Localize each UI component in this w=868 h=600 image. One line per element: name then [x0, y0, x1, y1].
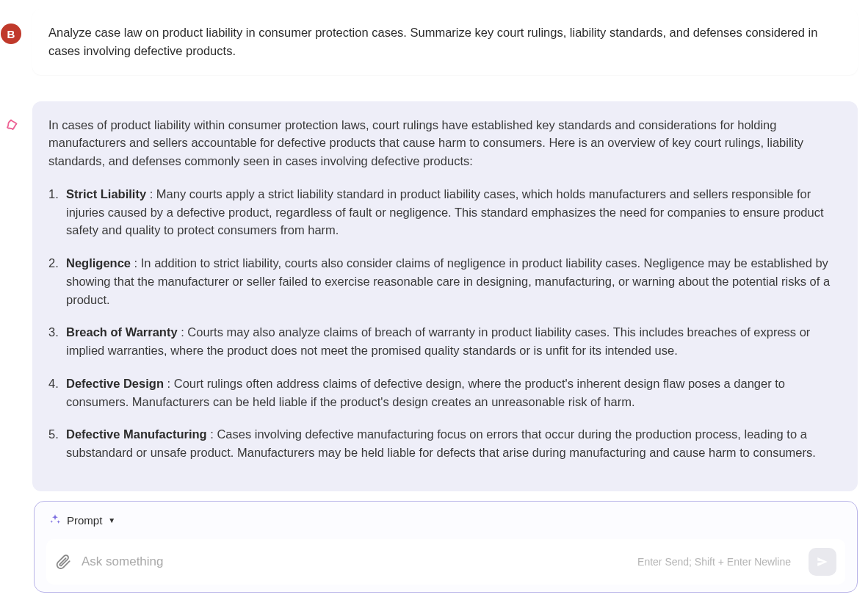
chevron-down-icon: ▼ — [108, 516, 115, 524]
list-item-title: Breach of Warranty — [66, 325, 178, 339]
mode-label: Prompt — [67, 514, 102, 527]
attach-button[interactable] — [55, 554, 71, 570]
list-item: Breach of Warranty : Courts may also ana… — [48, 323, 842, 360]
list-item: Defective Design : Court rulings often a… — [48, 375, 842, 411]
user-avatar-col: B — [0, 9, 22, 44]
list-item: Strict Liability : Many courts apply a s… — [48, 185, 842, 239]
ai-intro-text: In cases of product liability within con… — [48, 116, 842, 170]
ai-response-list: Strict Liability : Many courts apply a s… — [48, 185, 842, 462]
ai-message-bubble: In cases of product liability within con… — [32, 101, 858, 491]
list-item-title: Strict Liability — [66, 187, 146, 200]
input-row: Enter Send; Shift + Enter Newline — [46, 539, 845, 585]
ai-avatar-col — [0, 101, 22, 134]
list-item-body: : Courts may also analyze claims of brea… — [66, 325, 810, 357]
message-input[interactable] — [82, 554, 627, 569]
list-item-title: Defective Manufacturing — [66, 427, 207, 441]
list-item-body: : Court rulings often address claims of … — [66, 377, 785, 408]
send-icon — [816, 555, 829, 568]
list-item-body: : In addition to strict liability, court… — [66, 256, 830, 306]
sparkle-icon — [49, 513, 61, 527]
mode-selector[interactable]: Prompt ▼ — [46, 512, 845, 539]
input-hint: Enter Send; Shift + Enter Newline — [637, 556, 791, 568]
list-item: Negligence : In addition to strict liabi… — [48, 254, 842, 308]
list-item-body: : Many courts apply a strict liability s… — [66, 187, 824, 237]
list-item: Defective Manufacturing : Cases involvin… — [48, 425, 842, 462]
ai-message-row: In cases of product liability within con… — [0, 101, 868, 491]
user-message-bubble: Analyze case law on product liability in… — [32, 9, 858, 75]
user-message-row: B Analyze case law on product liability … — [0, 9, 868, 75]
list-item-title: Negligence — [66, 256, 131, 270]
composer: Prompt ▼ Enter Send; Shift + Enter Newli… — [34, 501, 858, 593]
list-item-title: Defective Design — [66, 377, 164, 390]
user-avatar: B — [1, 24, 21, 44]
ai-avatar-icon — [3, 118, 19, 134]
send-button[interactable] — [809, 548, 836, 576]
